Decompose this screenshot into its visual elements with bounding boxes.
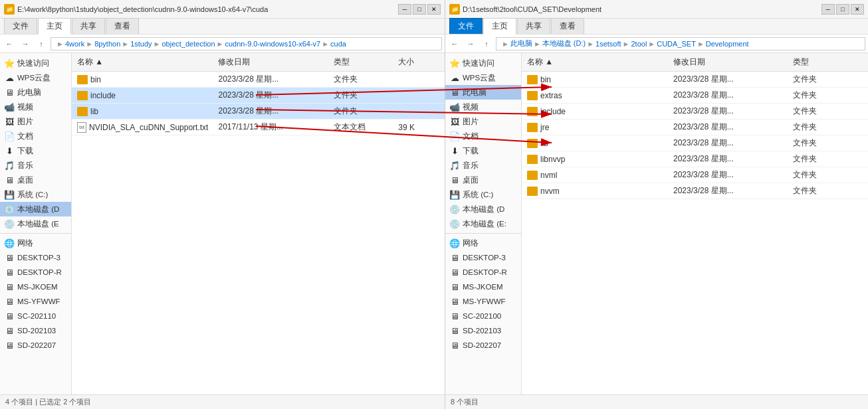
right-col-header-name[interactable]: 名称 ▲ [522, 55, 668, 69]
file-name-include[interactable]: include [72, 91, 213, 100]
right-file-nvml[interactable]: nvml [522, 171, 668, 180]
right-sidebar-item-msjkoem[interactable]: 🖥 MS-JKOEM [445, 280, 521, 294]
right-file-libnvvp[interactable]: libnvvp [522, 155, 668, 164]
right-tab-view[interactable]: 查看 [551, 18, 584, 34]
right-sidebar-item-locale[interactable]: 💿 本地磁盘 (E: [445, 216, 521, 231]
sidebar-item-msjkoem[interactable]: 🖥 MS-JKOEM [0, 280, 71, 294]
left-tab-home[interactable]: 主页 [38, 18, 71, 35]
right-crumb-cudaset[interactable]: CUDA_SET [657, 40, 696, 48]
table-row[interactable]: lib 2023/3/28 星期... 文件夹 [72, 104, 445, 120]
col-header-name[interactable]: 名称 ▲ [72, 55, 213, 69]
left-close-btn[interactable]: ✕ [427, 4, 441, 15]
left-up-btn[interactable]: ↑ [35, 37, 48, 50]
right-sidebar-item-systemc[interactable]: 💾 系统 (C:) [445, 187, 521, 202]
right-crumb-1setsoft[interactable]: 1setsoft [596, 40, 621, 48]
table-row[interactable]: txt NVIDIA_SLA_cuDNN_Support.txt 2017/11… [72, 120, 445, 135]
right-sidebar-item-desktop[interactable]: 🖥 桌面 [445, 173, 521, 187]
sidebar-item-systemc[interactable]: 💾 系统 (C:) [0, 187, 71, 202]
crumb-cudnn[interactable]: cudnn-9.0-windows10-x64-v7 [225, 40, 321, 48]
sidebar-item-msyfwwf[interactable]: 🖥 MS-YFWWF [0, 294, 71, 309]
right-sidebar-item-thispc[interactable]: 🖥 此电脑 [445, 85, 521, 100]
right-close-btn[interactable]: ✕ [851, 4, 864, 15]
left-address-path[interactable]: ► 4work ► 8python ► 1study ► object_dete… [51, 37, 442, 50]
right-sidebar-item-quickaccess[interactable]: ⭐ 快速访问 [445, 56, 521, 70]
right-sidebar-item-msyfwwf[interactable]: 🖥 MS-YFWWF [445, 294, 521, 309]
table-row[interactable]: bin 2023/3/28 星期... 文件夹 [522, 72, 868, 88]
right-address-path[interactable]: ► 此电脑 ► 本地磁盘 (D:) ► 1setsoft ► 2tool ► C… [496, 37, 865, 50]
sidebar-item-doc[interactable]: 📄 文档 [0, 129, 71, 143]
right-col-header-type[interactable]: 类型 [788, 55, 854, 69]
table-row[interactable]: include 2023/3/28 星期... 文件夹 [72, 88, 445, 104]
right-sidebar-item-download[interactable]: ⬇ 下载 [445, 143, 521, 158]
sidebar-item-video[interactable]: 📹 视频 [0, 100, 71, 114]
sidebar-item-thispc[interactable]: 🖥 此电脑 [0, 85, 71, 100]
table-row[interactable]: extras 2023/3/28 星期... 文件夹 [522, 88, 868, 104]
right-tab-home[interactable]: 主页 [483, 18, 516, 35]
table-row[interactable]: include 2023/3/28 星期... 文件夹 [522, 104, 868, 120]
right-sidebar-item-sd202103[interactable]: 🖥 SD-202103 [445, 323, 521, 338]
crumb-object-detection[interactable]: object_detection [162, 40, 215, 48]
col-header-type[interactable]: 类型 [328, 55, 393, 69]
file-name-nvidia-txt[interactable]: txt NVIDIA_SLA_cuDNN_Support.txt [72, 122, 213, 133]
col-header-size[interactable]: 大小 [393, 55, 445, 69]
crumb-cuda[interactable]: cuda [330, 40, 346, 48]
right-maximize-btn[interactable]: □ [836, 4, 849, 15]
sidebar-item-sc202110[interactable]: 🖥 SC-202110 [0, 309, 71, 323]
right-sidebar-item-network[interactable]: 🌐 网络 [445, 236, 521, 250]
right-file-include[interactable]: include [522, 107, 668, 116]
right-tab-file[interactable]: 文件 [449, 18, 483, 34]
right-file-jre[interactable]: jre [522, 123, 668, 132]
right-sidebar-item-desktop3[interactable]: 🖥 DESKTOP-3 [445, 250, 521, 265]
sidebar-item-music[interactable]: 🎵 音乐 [0, 158, 71, 173]
right-col-header-date[interactable]: 修改日期 [668, 55, 788, 69]
sidebar-item-locale[interactable]: 💿 本地磁盘 (E [0, 216, 71, 231]
crumb-4work[interactable]: 4work [65, 40, 84, 48]
right-up-btn[interactable]: ↑ [480, 37, 493, 50]
crumb-1study[interactable]: 1study [130, 40, 152, 48]
right-file-nvvm[interactable]: nvvm [522, 187, 668, 196]
left-forward-btn[interactable]: → [19, 37, 32, 50]
crumb-8python[interactable]: 8python [94, 40, 120, 48]
right-crumb-development[interactable]: Development [706, 40, 749, 48]
file-name-lib[interactable]: lib [72, 107, 213, 116]
right-sidebar-item-sd202207[interactable]: 🖥 SD-202207 [445, 338, 521, 353]
right-file-bin[interactable]: bin [522, 75, 668, 84]
right-crumb-2tool[interactable]: 2tool [631, 40, 647, 48]
right-crumb-d[interactable]: 本地磁盘 (D:) [542, 39, 586, 48]
table-row[interactable]: libnvvp 2023/3/28 星期... 文件夹 [522, 151, 868, 167]
sidebar-item-download[interactable]: ⬇ 下载 [0, 143, 71, 158]
sidebar-item-sd202207[interactable]: 🖥 SD-202207 [0, 338, 71, 353]
right-sidebar-item-video[interactable]: 📹 视频 [445, 100, 521, 114]
right-sidebar-item-desktopr[interactable]: 🖥 DESKTOP-R [445, 265, 521, 280]
right-tab-share[interactable]: 共享 [517, 18, 550, 34]
right-sidebar-item-music[interactable]: 🎵 音乐 [445, 158, 521, 173]
sidebar-item-network[interactable]: 🌐 网络 [0, 236, 71, 250]
right-crumb-thispc[interactable]: 此电脑 [510, 39, 532, 48]
sidebar-item-locald[interactable]: 💿 本地磁盘 (D [0, 202, 71, 216]
sidebar-item-sd202103[interactable]: 🖥 SD-202103 [0, 323, 71, 338]
right-sidebar-item-doc[interactable]: 📄 文档 [445, 129, 521, 143]
sidebar-item-desktopr[interactable]: 🖥 DESKTOP-R [0, 265, 71, 280]
left-tab-share[interactable]: 共享 [72, 18, 105, 34]
file-name-bin[interactable]: bin [72, 75, 213, 84]
left-maximize-btn[interactable]: □ [413, 4, 426, 15]
table-row[interactable]: nvvm 2023/3/28 星期... 文件夹 [522, 183, 868, 199]
table-row[interactable]: nvml 2023/3/28 星期... 文件夹 [522, 167, 868, 183]
right-sidebar-item-wps[interactable]: ☁ WPS云盘 [445, 70, 521, 85]
left-minimize-btn[interactable]: ─ [398, 4, 411, 15]
sidebar-item-desktop3[interactable]: 🖥 DESKTOP-3 [0, 250, 71, 265]
sidebar-item-quickaccess[interactable]: ⭐ 快速访问 [0, 56, 71, 70]
sidebar-item-desktop[interactable]: 🖥 桌面 [0, 173, 71, 187]
right-file-extras[interactable]: extras [522, 91, 668, 100]
right-forward-btn[interactable]: → [464, 37, 477, 50]
right-back-btn[interactable]: ← [448, 37, 461, 50]
sidebar-item-picture[interactable]: 🖼 图片 [0, 114, 71, 129]
left-tab-view[interactable]: 查看 [106, 18, 139, 34]
left-back-btn[interactable]: ← [3, 37, 16, 50]
right-file-lib[interactable]: lib [522, 139, 668, 148]
table-row[interactable]: jre 2023/3/28 星期... 文件夹 [522, 120, 868, 135]
left-tab-file[interactable]: 文件 [4, 18, 37, 34]
table-row[interactable]: bin 2023/3/28 星期... 文件夹 [72, 72, 445, 88]
right-sidebar-item-locald[interactable]: 💿 本地磁盘 (D [445, 202, 521, 216]
right-minimize-btn[interactable]: ─ [821, 4, 835, 15]
